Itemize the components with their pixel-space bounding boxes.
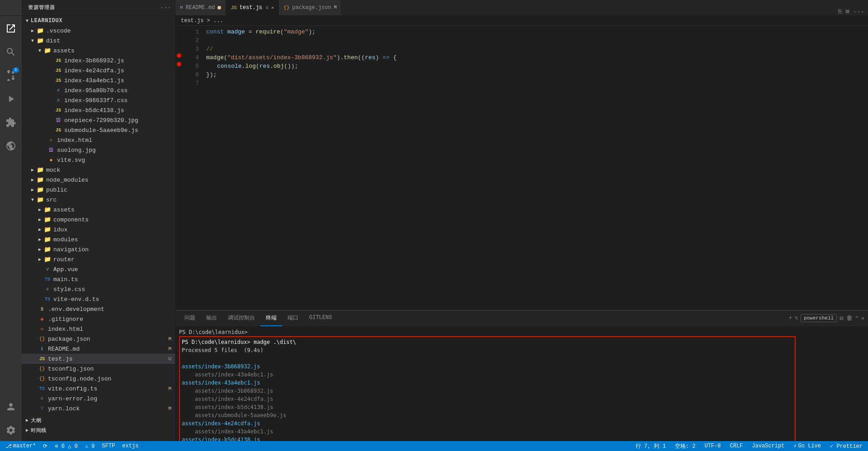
status-branch[interactable]: ⎇ master* [4, 443, 38, 450]
tree-item-router[interactable]: ▶ 📁 router [22, 254, 175, 264]
tree-item-yarn-lock[interactable]: ▶ Y yarn.lock M [22, 404, 175, 413]
activity-run[interactable] [0, 88, 22, 110]
activity-source-control[interactable]: 1 [0, 65, 22, 86]
navigation-label: navigation [53, 246, 171, 253]
tree-item-testjs[interactable]: ▶ JS test.js U [22, 354, 175, 364]
status-line-ending[interactable]: CRLF [728, 443, 745, 449]
new-terminal-icon[interactable]: + [789, 315, 792, 321]
trash-icon[interactable]: 🗑 [846, 315, 853, 322]
tree-item-app-vue[interactable]: ▶ V App.vue [22, 264, 175, 274]
panel-tab-ports[interactable]: 端口 [282, 310, 304, 326]
tree-item-yarn-error[interactable]: ▶ ≡ yarn-error.log [22, 394, 175, 404]
tree-item-vite-env[interactable]: ▶ TS vite-env.d.ts [22, 294, 175, 304]
terminal-content[interactable]: PS D:\code\learnidux> PS D:\code\learnid… [175, 326, 868, 441]
terminal-link-1[interactable]: assets/index-3b868932.js [182, 362, 793, 371]
tree-item-public[interactable]: ▶ 📁 public [22, 185, 175, 195]
status-extjs[interactable]: extjs [120, 443, 140, 449]
tree-item-timeline[interactable]: ▶ 时间线 [22, 425, 175, 435]
tree-item-src[interactable]: ▼ 📁 src [22, 195, 175, 205]
status-encoding[interactable]: UTF-8 [703, 443, 722, 449]
terminal-type-label[interactable]: powershell [801, 314, 837, 322]
html-icon: ◇ [47, 137, 55, 143]
status-language[interactable]: JavaScript [750, 443, 786, 449]
tree-item-index-4e[interactable]: ▶ JS index-4e24cdfa.js [22, 66, 175, 75]
code-editor[interactable]: 1 const madge = require("madge"); 2 [175, 26, 868, 310]
tree-item-main-ts[interactable]: ▶ TS main.ts [22, 274, 175, 284]
status-prettier[interactable]: ✓ Prettier [828, 443, 864, 450]
package-json-label: package.json [48, 336, 168, 343]
panel-tab-problems[interactable]: 问题 [179, 310, 201, 326]
tree-item-index-html[interactable]: ▶ ◇ index.html [22, 324, 175, 334]
tree-item-vite-svg[interactable]: ▶ ◆ vite.svg [22, 155, 175, 165]
activity-extensions[interactable] [0, 112, 22, 133]
tab-readme[interactable]: M README.md [175, 0, 226, 15]
activity-search[interactable] [0, 41, 22, 63]
tree-item-css-95[interactable]: ▶ # index-95a80b70.css [22, 85, 175, 95]
terminal-link-2[interactable]: assets/index-43a4ebc1.js [182, 379, 793, 387]
tree-item-gitignore[interactable]: ▶ ◉ .gitignore [22, 314, 175, 324]
tree-item-idux[interactable]: ▶ 📁 idux [22, 225, 175, 235]
status-warnings[interactable]: ⚠ 0 [83, 443, 97, 450]
tree-item-navigation[interactable]: ▶ 📁 navigation [22, 244, 175, 254]
tree-item-vite-config[interactable]: ▶ TS vite.config.ts M [22, 384, 175, 394]
tree-item-package-json[interactable]: ▶ {} package.json M [22, 334, 175, 344]
tree-item-index-3b[interactable]: ▶ JS index-3b868932.js [22, 56, 175, 66]
tree-item-submodule[interactable]: ▶ JS submodule-5aaeeb9e.js [22, 125, 175, 135]
node-modules-arrow: ▶ [29, 177, 36, 183]
line-num-1: 1 [183, 28, 204, 36]
tab-testjs[interactable]: JS test.js U ✕ [226, 0, 279, 15]
tree-item-onepiece[interactable]: ▶ 🖼 onepiece-7299b320.jpg [22, 115, 175, 125]
maximize-panel-icon[interactable]: ⌃ [855, 315, 859, 322]
panel-tab-output[interactable]: 输出 [201, 310, 222, 326]
tree-item-dist-assets[interactable]: ▼ 📁 assets [22, 46, 175, 56]
tree-item-tsconfig-node[interactable]: ▶ {} tsconfig.node.json [22, 374, 175, 384]
tree-item-index-43[interactable]: ▶ JS index-43a4ebc1.js [22, 75, 175, 85]
tree-item-node-modules[interactable]: ▶ 📁 node_modules [22, 175, 175, 185]
terminal-link-4[interactable]: assets/index-b5dc4138.js [182, 436, 793, 441]
tree-item-src-assets[interactable]: ▶ 📁 assets [22, 205, 175, 215]
more-actions-icon[interactable]: ··· [853, 8, 864, 15]
panel-tab-terminal[interactable]: 终端 [260, 310, 282, 326]
panel-layout-icon[interactable]: ⊟ [840, 315, 843, 322]
tree-item-env-dev[interactable]: ▶ $ .env.development [22, 304, 175, 314]
status-spaces[interactable]: 空格: 2 [673, 442, 698, 450]
activity-accounts[interactable] [0, 396, 22, 418]
sidebar-more-icon[interactable]: ··· [160, 4, 175, 11]
close-panel-icon[interactable]: ✕ [861, 315, 864, 322]
status-sftp[interactable]: SFTP [100, 443, 117, 449]
panel-tab-gitlens[interactable]: GITLENS [304, 310, 337, 326]
components-icon: 📁 [43, 216, 52, 223]
activity-remote[interactable] [0, 135, 22, 157]
panel-tab-debug[interactable]: 调试控制台 [222, 310, 260, 326]
tree-item-css-98[interactable]: ▶ # index-986633f7.css [22, 95, 175, 105]
editor-layout-icon[interactable]: ⊞ [845, 8, 849, 15]
file-index-b5-label: index-b5dc4138.js [64, 107, 171, 114]
split-editor-icon[interactable]: ⎘ [838, 8, 842, 15]
tree-root[interactable]: ▼ LEARNIDUX [22, 16, 175, 26]
split-terminal-icon[interactable]: ⌥ [795, 315, 798, 322]
tree-item-dist-index[interactable]: ▶ ◇ index.html [22, 135, 175, 145]
status-sync[interactable]: ⟳ [41, 443, 49, 450]
tree-item-vscode[interactable]: ▶ 📁 .vscode [22, 26, 175, 36]
terminal-indent-2: assets/index-3b868932.js [182, 387, 793, 395]
tree-item-components[interactable]: ▶ 📁 components [22, 215, 175, 225]
tree-item-readme[interactable]: ▶ ℹ README.md M [22, 344, 175, 354]
tree-item-suolong[interactable]: ▶ 🖼 suolong.jpg [22, 145, 175, 155]
activity-explorer[interactable] [0, 18, 22, 39]
status-position[interactable]: 行 7, 列 1 [634, 442, 668, 450]
tree-item-outline[interactable]: ▶ 大纲 [22, 415, 175, 425]
tree-item-mock[interactable]: ▶ 📁 mock [22, 165, 175, 175]
tree-item-style-css[interactable]: ▶ # style.css [22, 284, 175, 294]
tab-testjs-close[interactable]: ✕ [271, 5, 274, 10]
vite-config-badge: M [168, 386, 171, 391]
status-go-live[interactable]: ⚡ Go Live [792, 443, 823, 450]
terminal-link-3[interactable]: assets/index-4e24cdfa.js [182, 419, 793, 428]
activity-settings[interactable] [0, 419, 22, 441]
status-errors[interactable]: ⊘ 0 △ 0 [53, 443, 79, 450]
tab-packagejson[interactable]: {} package.json M [279, 0, 342, 15]
tree-item-tsconfig[interactable]: ▶ {} tsconfig.json [22, 364, 175, 374]
ts-icon-2: TS [43, 297, 52, 302]
tree-item-dist[interactable]: ▼ 📁 dist [22, 36, 175, 46]
tree-item-modules[interactable]: ▶ 📁 modules [22, 235, 175, 244]
tree-item-index-b5[interactable]: ▶ JS index-b5dc4138.js [22, 105, 175, 115]
